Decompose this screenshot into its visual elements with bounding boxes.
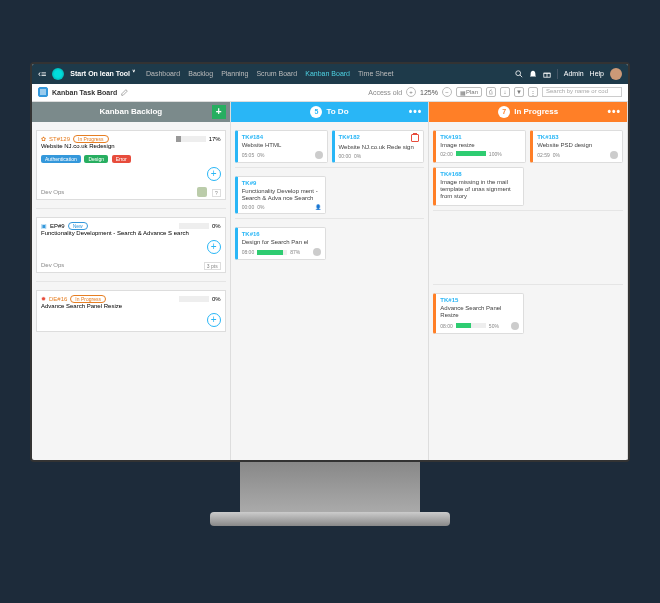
board-title: Kanban Task Board bbox=[52, 89, 117, 96]
card-title: Website HTML bbox=[242, 142, 323, 149]
search-icon[interactable] bbox=[515, 70, 523, 78]
monitor-base bbox=[210, 512, 450, 526]
column-header-progress: 7 In Progress ••• bbox=[429, 102, 627, 122]
card-id: TK#191 bbox=[440, 134, 521, 140]
pct-label: 50% bbox=[489, 323, 499, 329]
plan-button[interactable]: ▦ Plan bbox=[456, 87, 482, 97]
nav-dashboard[interactable]: Dashboard bbox=[146, 70, 180, 77]
bell-icon[interactable] bbox=[529, 70, 537, 78]
admin-link[interactable]: Admin bbox=[564, 70, 584, 77]
task-card[interactable]: TK#168 Image missing in the mail templat… bbox=[433, 167, 524, 207]
task-card[interactable]: TK#9 Functionality Develop ment - Search… bbox=[235, 176, 326, 214]
status-badge: New bbox=[68, 222, 88, 230]
assignee-avatar[interactable] bbox=[610, 151, 618, 159]
card-title: Advance Search Panel Resize bbox=[440, 305, 519, 319]
assignee-avatar[interactable] bbox=[315, 151, 323, 159]
time-label: 00:00 bbox=[242, 204, 255, 210]
user-icon: 👤 bbox=[315, 204, 321, 210]
points-badge: ? bbox=[212, 189, 221, 197]
top-nav: ‹≡ Start On lean Tool ˅ Dashboard Backlo… bbox=[32, 64, 628, 84]
task-card[interactable]: TK#183 Website PSD design 02:59 0% bbox=[530, 130, 623, 163]
story-card[interactable]: ▣ EP#9 New 0% Functionality Development … bbox=[36, 217, 226, 273]
card-title: Advance Search Panel Resize bbox=[41, 303, 221, 309]
story-card[interactable]: ✿ ST#129 In Progress 17% Website NJ.co.u… bbox=[36, 130, 226, 200]
status-badge: In Progress bbox=[70, 295, 106, 303]
swimlane-1: TK#184 Website HTML 05:05 0% TK#182 Webs… bbox=[235, 126, 425, 168]
zoom-in-icon[interactable]: + bbox=[406, 87, 416, 97]
nav-scrum[interactable]: Scrum Board bbox=[256, 70, 297, 77]
assignee-avatar[interactable] bbox=[313, 248, 321, 256]
column-menu-icon[interactable]: ••• bbox=[409, 106, 423, 117]
swimlane-1: TK#191 Image resize 02:00 100% TK#183 We… bbox=[433, 126, 623, 212]
more-icon[interactable]: ⋮ bbox=[528, 87, 538, 97]
board-icon[interactable] bbox=[38, 87, 48, 97]
card-id: TK#182 bbox=[339, 134, 360, 142]
swimlane-1: ✿ ST#129 In Progress 17% Website NJ.co.u… bbox=[36, 126, 226, 209]
edit-icon[interactable] bbox=[121, 89, 128, 96]
svg-line-1 bbox=[520, 74, 522, 76]
column-header-backlog: Kanban Backlog + bbox=[32, 102, 230, 122]
add-card-button[interactable]: + bbox=[212, 105, 226, 119]
pct-label: 0% bbox=[257, 204, 264, 210]
time-label: 05:05 bbox=[242, 152, 255, 158]
task-card[interactable]: TK#16 Design for Search Pan el 08:00 87% bbox=[235, 227, 326, 260]
pct-label: 17% bbox=[209, 136, 221, 142]
task-card[interactable]: TK#15 Advance Search Panel Resize 08:00 … bbox=[433, 293, 524, 333]
card-title: Website NJ.co.uk Rede sign bbox=[339, 144, 420, 151]
user-avatar[interactable] bbox=[610, 68, 622, 80]
time-label: 08:00 bbox=[242, 249, 255, 255]
nav-timesheet[interactable]: Time Sheet bbox=[358, 70, 394, 77]
download-icon[interactable]: ↓ bbox=[500, 87, 510, 97]
project-selector[interactable]: Start On lean Tool ˅ bbox=[70, 70, 136, 78]
nav-kanban[interactable]: Kanban Board bbox=[305, 70, 350, 77]
nav-backlog[interactable]: Backlog bbox=[188, 70, 213, 77]
gift-icon[interactable] bbox=[543, 70, 551, 78]
app-logo[interactable] bbox=[52, 68, 64, 80]
assignee-avatar[interactable] bbox=[511, 322, 519, 330]
nav-planning[interactable]: Planning bbox=[221, 70, 248, 77]
search-input[interactable]: Search by name or cod bbox=[542, 87, 622, 97]
column-menu-icon[interactable]: ••• bbox=[608, 106, 622, 117]
tag-auth[interactable]: Authentication bbox=[41, 155, 81, 163]
print-icon[interactable]: ⎙ bbox=[486, 87, 496, 97]
filter-icon[interactable]: ▼ bbox=[514, 87, 524, 97]
pct-label: 0% bbox=[354, 153, 361, 159]
card-title: Website NJ.co.uk Redesign bbox=[41, 143, 221, 149]
column-todo: 5 To Do ••• TK#184 Website HTML 05:05 0%… bbox=[231, 102, 430, 460]
card-id: TK#168 bbox=[440, 171, 519, 177]
add-subtask-button[interactable]: + bbox=[207, 240, 221, 254]
assignee-avatar[interactable] bbox=[197, 187, 207, 197]
help-link[interactable]: Help bbox=[590, 70, 604, 77]
card-id: TK#15 bbox=[440, 297, 519, 303]
pct-label: 0% bbox=[212, 223, 221, 229]
tag-design[interactable]: Design bbox=[84, 155, 108, 163]
kanban-columns: Kanban Backlog + ✿ ST#129 In Progress 17… bbox=[32, 102, 628, 460]
zoom-out-icon[interactable]: − bbox=[442, 87, 452, 97]
swimlane-2: ▣ EP#9 New 0% Functionality Development … bbox=[36, 213, 226, 282]
pct-label: 100% bbox=[489, 151, 502, 157]
points-badge: 3 pts bbox=[204, 262, 221, 270]
add-subtask-button[interactable]: + bbox=[207, 313, 221, 327]
swimlane-2: TK#9 Functionality Develop ment - Search… bbox=[235, 172, 425, 219]
pct-label: 0% bbox=[212, 296, 221, 302]
status-badge: In Progress bbox=[73, 135, 109, 143]
card-id: ST#129 bbox=[49, 136, 70, 142]
access-toggle[interactable]: Access old bbox=[368, 89, 402, 96]
card-title: Image resize bbox=[440, 142, 521, 149]
tag-error[interactable]: Error bbox=[112, 155, 131, 163]
card-id: TK#184 bbox=[242, 134, 323, 140]
pct-label: 0% bbox=[257, 152, 264, 158]
group-label: Dev Ops bbox=[41, 189, 221, 195]
back-icon[interactable]: ‹≡ bbox=[38, 69, 46, 79]
card-title: Image missing in the mail template of un… bbox=[440, 179, 519, 201]
story-card[interactable]: ✹ DE#16 In Progress 0% Advance Search Pa… bbox=[36, 290, 226, 332]
pct-label: 87% bbox=[290, 249, 300, 255]
task-card[interactable]: TK#184 Website HTML 05:05 0% bbox=[235, 130, 328, 163]
main-nav: Dashboard Backlog Planning Scrum Board K… bbox=[146, 70, 394, 77]
swimlane-3: TK#16 Design for Search Pan el 08:00 87% bbox=[235, 223, 425, 264]
pct-label: 0% bbox=[553, 152, 560, 158]
add-subtask-button[interactable]: + bbox=[207, 167, 221, 181]
task-card[interactable]: TK#182 Website NJ.co.uk Rede sign 00:00 … bbox=[332, 130, 425, 163]
swimlane-3: TK#15 Advance Search Panel Resize 08:00 … bbox=[433, 289, 623, 337]
task-card[interactable]: TK#191 Image resize 02:00 100% bbox=[433, 130, 526, 163]
